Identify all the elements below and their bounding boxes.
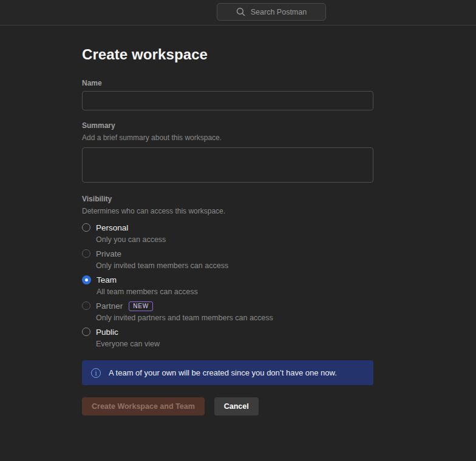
visibility-options: Personal Only you can access Private Onl… <box>82 223 373 348</box>
visibility-option-personal[interactable]: Personal Only you can access <box>82 223 373 244</box>
cancel-button[interactable]: Cancel <box>214 397 259 416</box>
radio-icon <box>82 301 90 310</box>
visibility-option-label: Personal <box>96 223 128 233</box>
visibility-option-label: Public <box>96 328 118 337</box>
visibility-option-team[interactable]: Team All team members can access <box>82 275 373 296</box>
info-icon: i <box>91 368 101 378</box>
visibility-option-partner: Partner NEW Only invited partners and te… <box>82 301 373 322</box>
workspace-summary-textarea[interactable] <box>82 147 373 183</box>
visibility-option-description: Only invited team members can access <box>96 261 228 270</box>
visibility-hint: Determines who can access this workspace… <box>82 207 373 215</box>
workspace-name-input[interactable] <box>82 91 373 110</box>
action-buttons: Create Workspace and Team Cancel <box>82 397 373 416</box>
visibility-option-description: All team members can access <box>97 288 198 296</box>
search-icon <box>236 7 245 16</box>
summary-label: Summary <box>82 121 373 130</box>
visibility-label: Visibility <box>82 195 373 203</box>
new-badge: NEW <box>129 301 153 311</box>
create-workspace-button[interactable]: Create Workspace and Team <box>82 397 205 416</box>
visibility-option-description: Only you can access <box>96 235 166 244</box>
radio-icon <box>82 249 90 258</box>
create-workspace-page: Create workspace Name Summary Add a brie… <box>0 25 373 416</box>
page-title: Create workspace <box>82 46 373 63</box>
name-label: Name <box>82 79 373 87</box>
visibility-option-description: Only invited partners and team members c… <box>96 314 273 322</box>
visibility-option-label: Team <box>97 275 117 285</box>
info-banner-text: A team of your own will be created since… <box>109 368 337 377</box>
visibility-option-label: Partner <box>96 301 123 311</box>
visibility-option-label: Private <box>96 249 121 259</box>
visibility-option-private: Private Only invited team members can ac… <box>82 249 373 270</box>
radio-icon <box>82 275 91 284</box>
visibility-option-description: Everyone can view <box>96 340 160 348</box>
summary-hint: Add a brief summary about this workspace… <box>82 133 373 142</box>
radio-icon <box>82 223 90 232</box>
info-banner: i A team of your own will be created sin… <box>82 360 373 385</box>
search-input[interactable]: Search Postman <box>217 3 326 21</box>
search-placeholder: Search Postman <box>251 8 307 16</box>
visibility-option-public[interactable]: Public Everyone can view <box>82 328 373 348</box>
radio-icon <box>82 328 90 336</box>
top-bar: Search Postman <box>0 0 476 25</box>
